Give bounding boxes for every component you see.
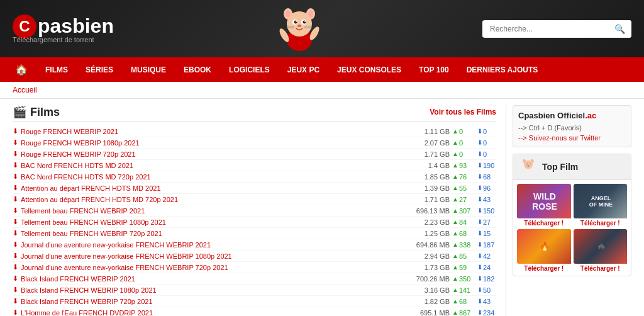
film-size: 1.25 GB [406, 230, 450, 237]
film-name[interactable]: Black Island FRENCH WEBRIP 1080p 2021 [21, 286, 403, 294]
nav-item-derniersajouts[interactable]: DERNIERS AJOUTS [458, 59, 547, 81]
mascot-svg [274, 5, 325, 55]
logo-subtitle: Téléchargement de torrent [13, 36, 94, 43]
nav-item-films[interactable]: FILMS [36, 59, 77, 81]
film-size: 1.71 GB [406, 150, 450, 158]
sidebar-official-title: Cpasbien Officiel.ac [518, 111, 626, 120]
film-size: 700.26 MB [406, 275, 450, 283]
nav-item-home[interactable]: 🏠 [6, 57, 36, 82]
film-row: ⬇ Black Island FRENCH WEBRIP 2021 700.26… [13, 273, 496, 285]
mascot [274, 5, 321, 52]
film-size: 1.85 GB [406, 173, 450, 181]
film-seeders: ▲350 [452, 275, 475, 283]
film-name[interactable]: Black Island FRENCH WEBRIP 2021 [21, 275, 403, 283]
download-icon: ⬇ [13, 252, 18, 260]
film-name[interactable]: BAC Nord FRENCH HDTS MD 2021 [21, 162, 403, 169]
top-film-item-1: WILDROSE Télécharger ! [517, 184, 571, 227]
film-size: 695.1 MB [406, 309, 450, 317]
film-row: ⬇ Attention au départ FRENCH HDTS MD 202… [13, 183, 496, 194]
nav-item-musique[interactable]: MUSIQUE [122, 59, 175, 81]
svg-point-11 [304, 21, 306, 22]
film-name[interactable]: Journal d'une aventure new-yorkaise FREN… [21, 241, 403, 249]
film-leechers: ⬇24 [477, 264, 496, 271]
download-icon: ⬇ [13, 218, 18, 226]
download-icon: ⬇ [13, 297, 18, 305]
top-film-item-3: 🔥 Télécharger ! [517, 229, 571, 272]
nav-item-series[interactable]: SÉRIES [77, 59, 122, 81]
logo-area: C pasbien Téléchargement de torrent [13, 14, 114, 43]
film-name[interactable]: Rouge FRENCH WEBRIP 1080p 2021 [21, 139, 403, 147]
film-size: 696.13 MB [406, 207, 450, 215]
film-seeders: ▲867 [452, 309, 475, 317]
nav-item-top100[interactable]: TOP 100 [410, 59, 458, 81]
film-size: 1.11 GB [406, 128, 450, 135]
film-row: ⬇ Attention au départ FRENCH HDTS MD 720… [13, 194, 496, 205]
nav-bar: 🏠 FILMS SÉRIES MUSIQUE EBOOK LOGICIELS J… [0, 57, 644, 82]
search-input[interactable] [482, 21, 608, 37]
film-name[interactable]: Tellement beau FRENCH WEBRIP 2021 [21, 207, 403, 215]
film-seeders: ▲141 [452, 286, 475, 294]
film-name[interactable]: Black Island FRENCH WEBRIP 720p 2021 [21, 298, 403, 305]
top-film-thumb-2: ANGELOF MINE [574, 184, 628, 218]
film-size: 694.86 MB [406, 241, 450, 249]
film-name[interactable]: Tellement beau FRENCH WEBRIP 1080p 2021 [21, 218, 403, 226]
film-name[interactable]: Journal d'une aventure new-yorkaise FREN… [21, 252, 403, 260]
film-size: 1.4 GB [406, 162, 450, 169]
film-size: 1.71 GB [406, 196, 450, 203]
sidebar-official-box: Cpasbien Officiel.ac --> Ctrl + D (Favor… [513, 105, 631, 147]
film-name[interactable]: L'Homme de l'Eau FRENCH DVDRIP 2021 [21, 309, 403, 317]
film-name[interactable]: Attention au départ FRENCH HDTS MD 720p … [21, 196, 403, 203]
film-name[interactable]: BAC Nord FRENCH HDTS MD 720p 2021 [21, 173, 403, 181]
logo-text: pasbien [38, 14, 114, 38]
film-seeders: ▲84 [452, 218, 475, 226]
film-name[interactable]: Rouge FRENCH WEBRIP 2021 [21, 128, 403, 135]
search-area: 🔍 [482, 20, 631, 38]
svg-point-10 [296, 21, 297, 22]
top-film-label-1[interactable]: Télécharger ! [517, 220, 571, 227]
download-icon: ⬇ [13, 195, 18, 203]
film-row: ⬇ Tellement beau FRENCH WEBRIP 720p 2021… [13, 228, 496, 239]
film-leechers: ⬇68 [477, 173, 496, 181]
svg-point-4 [286, 10, 291, 18]
search-box: 🔍 [482, 20, 631, 38]
film-seeders: ▲85 [452, 252, 475, 260]
film-name[interactable]: Attention au départ FRENCH HDTS MD 2021 [21, 184, 403, 192]
nav-item-jeuxpc[interactable]: JEUX PC [279, 59, 328, 81]
film-row: ⬇ Tellement beau FRENCH WEBRIP 1080p 202… [13, 217, 496, 228]
film-size: 2.07 GB [406, 139, 450, 147]
films-list: ⬇ Rouge FRENCH WEBRIP 2021 1.11 GB ▲0 ⬇0… [13, 126, 496, 316]
top-film-mascot-icon [519, 158, 537, 176]
nav-item-jeuxconsoles[interactable]: JEUX CONSOLES [328, 59, 410, 81]
film-name[interactable]: Rouge FRENCH WEBRIP 720p 2021 [21, 150, 403, 158]
download-icon: ⬇ [13, 229, 18, 237]
nav-item-ebook[interactable]: EBOOK [175, 59, 220, 81]
top-film-item-2: ANGELOF MINE Télécharger ! [574, 184, 628, 227]
film-seeders: ▲76 [452, 173, 475, 181]
film-row: ⬇ Journal d'une aventure new-yorkaise FR… [13, 239, 496, 251]
film-seeders: ▲68 [452, 298, 475, 305]
top-film-label-3[interactable]: Télécharger ! [517, 265, 571, 272]
film-leechers: ⬇96 [477, 184, 496, 192]
top-film-label-2[interactable]: Télécharger ! [574, 220, 628, 227]
film-leechers: ⬇234 [477, 309, 496, 317]
film-row: ⬇ L'Homme de l'Eau FRENCH DVDRIP 2021 69… [13, 307, 496, 316]
download-icon: ⬇ [13, 172, 18, 181]
download-icon: ⬇ [13, 161, 18, 169]
svg-point-5 [308, 10, 313, 18]
left-column: 🎬 Films Voir tous les Films ⬇ Rouge FREN… [13, 105, 506, 316]
page-wrapper: C pasbien Téléchargement de torrent [0, 0, 644, 316]
top-film-label-4[interactable]: Télécharger ! [574, 265, 628, 272]
film-name[interactable]: Journal d'une aventure new-yorkaise FREN… [21, 264, 403, 271]
film-name[interactable]: Tellement beau FRENCH WEBRIP 720p 2021 [21, 230, 403, 237]
breadcrumb-home[interactable]: Accueil [13, 86, 37, 94]
film-row: ⬇ Rouge FRENCH WEBRIP 1080p 2021 2.07 GB… [13, 137, 496, 149]
voir-tous-films[interactable]: Voir tous les Films [430, 108, 496, 116]
film-leechers: ⬇42 [477, 252, 496, 260]
header: C pasbien Téléchargement de torrent [0, 0, 644, 57]
films-icon: 🎬 [13, 105, 26, 119]
nav-item-logiciels[interactable]: LOGICIELS [220, 59, 279, 81]
film-seeders: ▲59 [452, 264, 475, 271]
sidebar-twitter[interactable]: --> Suivez-nous sur Twitter [518, 134, 626, 142]
film-size: 1.73 GB [406, 264, 450, 271]
search-button[interactable]: 🔍 [608, 20, 631, 38]
